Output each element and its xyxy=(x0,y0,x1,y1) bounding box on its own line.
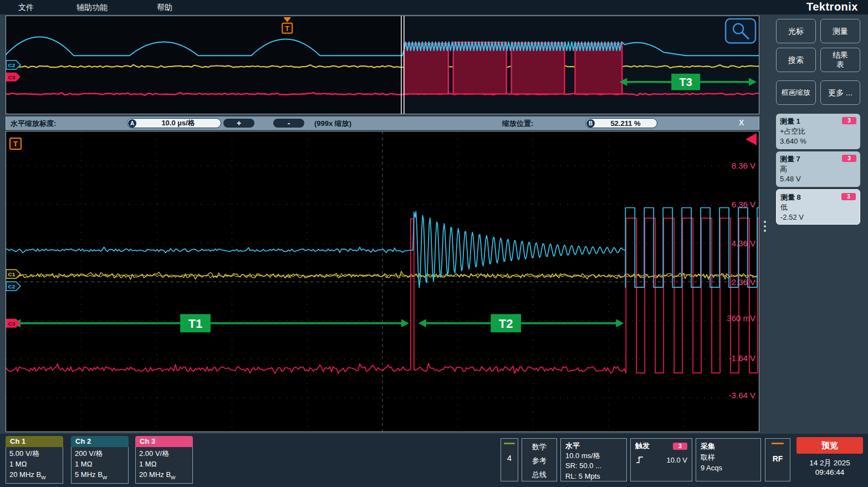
c2-badge-label: C2 xyxy=(8,283,16,290)
measurement-name: 低 xyxy=(780,202,856,212)
main-trigger-label: T xyxy=(13,140,18,148)
channel-info-ch2[interactable]: 200 V/格 1 MΩ 5 MHz BW xyxy=(71,447,129,484)
horizontal-title: 水平 xyxy=(565,441,622,451)
cursor-button[interactable]: 光标 xyxy=(776,19,816,43)
record-length: RL: 5 Mpts xyxy=(565,471,622,481)
rising-edge-icon xyxy=(635,455,644,464)
horizontal-panel[interactable]: 水平 10.0 ms/格 SR: 50.0 ... RL: 5 Mpts xyxy=(560,438,627,481)
datetime-date: 14 2月 2025 xyxy=(796,458,863,468)
ch4-add-button[interactable]: 4 xyxy=(501,438,518,481)
zoom-scale-control[interactable]: A 10.0 µs/格 xyxy=(127,118,221,128)
channel-impedance: 1 MΩ xyxy=(139,459,189,470)
zoom-overview-icon-box xyxy=(726,19,755,43)
acquisition-count: 9 Acqs xyxy=(701,463,756,474)
channel-scale: 2.00 V/格 xyxy=(139,449,189,459)
zoom-scale-value: 10.0 µs/格 xyxy=(136,118,220,128)
results-table-label: 结果表 xyxy=(831,50,850,69)
channel-bandwidth: 20 MHz BW xyxy=(139,470,189,481)
trigger-panel[interactable]: 触发 3 10.0 V xyxy=(630,438,692,481)
acquisition-mode: 取样 xyxy=(701,452,756,463)
overview-waveforms-svg: TC2C3T3 xyxy=(6,16,759,114)
math-button[interactable]: 数学 xyxy=(522,440,556,454)
rf-label: RF xyxy=(765,454,790,463)
zoom-overview-panel[interactable]: TC2C3T3 xyxy=(6,16,759,114)
trigger-level: 10.0 V xyxy=(666,456,687,464)
math-ref-bus-panel: 数学 参考 总线 xyxy=(522,438,557,481)
zoom-position-label: 缩放位置: xyxy=(502,119,533,129)
measure-button[interactable]: 测量 xyxy=(820,19,860,43)
annotation-label: T2 xyxy=(499,317,513,331)
measurement-source-badge: 3 xyxy=(842,117,856,124)
trigger-source-badge: 3 xyxy=(673,443,687,450)
menu-item-file[interactable]: 文件 xyxy=(18,3,34,13)
main-waveform-display[interactable]: T1T2TC1C2C3 8.36 V 6.36 V 4.36 V 2.36 V … xyxy=(6,131,759,432)
channel-info-ch3[interactable]: 2.00 V/格 1 MΩ 20 MHz BW xyxy=(135,447,193,484)
results-table-button[interactable]: 结果表 xyxy=(820,48,860,72)
measurement-value: 5.48 V xyxy=(780,174,856,184)
overview-trigger-label: T xyxy=(285,25,290,33)
bus-button[interactable]: 总线 xyxy=(522,468,556,481)
multipurpose-a-badge: A xyxy=(128,119,136,128)
trigger-level-offscreen-arrow-icon xyxy=(746,133,757,145)
c1-badge-label: C1 xyxy=(8,271,16,277)
acquisition-panel[interactable]: 采集 取样 9 Acqs xyxy=(696,438,761,481)
rf-button[interactable]: RF xyxy=(765,438,790,481)
panel-drag-handle[interactable] xyxy=(764,221,766,232)
main-waveforms-svg: T1T2TC1C2C3 xyxy=(6,131,759,432)
trigger-title: 触发 xyxy=(635,441,650,451)
menu-item-utility[interactable]: 辅助功能 xyxy=(76,3,108,13)
zoom-position-control[interactable]: B 52.211 % xyxy=(585,118,657,128)
annotation-label: T1 xyxy=(188,317,203,331)
ch3-pulse-block xyxy=(575,43,622,94)
arrowhead-left-icon xyxy=(418,319,426,327)
zoom-toolbar: 水平缩放标度: A 10.0 µs/格 + - (999x 缩放) 缩放位置: … xyxy=(6,116,759,130)
ref-button[interactable]: 参考 xyxy=(522,454,556,468)
zoom-factor-label: (999x 缩放) xyxy=(314,119,351,129)
measurement-source-badge: 3 xyxy=(842,155,856,162)
overview-trigger-arrow-icon xyxy=(283,17,291,22)
c2-overview-badge-label: C2 xyxy=(8,62,16,68)
preview-button[interactable]: 预览 xyxy=(796,437,863,454)
ch4-color-dash xyxy=(504,443,515,444)
channel-tab-ch3[interactable]: Ch 3 xyxy=(135,436,193,447)
measurement-value: 3.640 % xyxy=(780,136,856,146)
measurement-card[interactable]: 测量 1 3 +占空比 3.640 % xyxy=(776,114,860,149)
c3-badge-label: C3 xyxy=(8,321,16,327)
menu-item-help[interactable]: 帮助 xyxy=(157,3,172,13)
channel-tab-ch1[interactable]: Ch 1 xyxy=(6,436,63,447)
box-zoom-button[interactable]: 框画缩放 xyxy=(776,80,816,105)
zoom-close-button[interactable]: X xyxy=(739,118,744,127)
arrowhead-right-icon xyxy=(401,319,409,327)
horizontal-scale: 10.0 ms/格 xyxy=(565,451,622,461)
tektronix-logo: Tektronix xyxy=(806,1,858,13)
channel-tab-ch2[interactable]: Ch 2 xyxy=(71,436,129,447)
zoom-out-button[interactable]: - xyxy=(273,119,304,128)
horizontal-zoom-scale-label: 水平缩放标度: xyxy=(11,119,56,129)
zoom-in-button[interactable]: + xyxy=(223,119,254,128)
multipurpose-b-badge: B xyxy=(586,119,595,128)
channel-bandwidth: 20 MHz BW xyxy=(9,470,59,481)
arrowhead-right-icon xyxy=(616,319,624,327)
measurement-card[interactable]: 测量 7 3 高 5.48 V xyxy=(776,151,860,187)
acquisition-title: 采集 xyxy=(701,441,756,452)
menu-bar: 文件 辅助功能 帮助 Tektronix xyxy=(0,0,868,14)
datetime-time: 09:46:44 xyxy=(796,468,863,476)
measurement-value: -2.52 V xyxy=(780,212,856,222)
channel-info-ch1[interactable]: 5.00 V/格 1 MΩ 20 MHz BW xyxy=(6,447,63,484)
channel-impedance: 1 MΩ xyxy=(9,459,59,470)
sample-rate: SR: 50.0 ... xyxy=(565,461,622,471)
measurement-source-badge: 3 xyxy=(841,193,856,200)
ch4-label: 4 xyxy=(501,453,518,463)
zoom-position-value: 52.211 % xyxy=(595,119,656,128)
more-button[interactable]: 更多 ... xyxy=(820,80,860,105)
measurement-card[interactable]: 测量 8 3 低 -2.52 V xyxy=(776,189,860,225)
search-button[interactable]: 搜索 xyxy=(776,48,816,72)
channel-scale: 5.00 V/格 xyxy=(9,449,59,459)
measurement-name: +占空比 xyxy=(780,126,856,136)
c3-overview-badge-label: C3 xyxy=(8,74,16,80)
measurement-name: 高 xyxy=(780,164,856,174)
annotation-label: T3 xyxy=(680,76,692,88)
channel-bandwidth: 5 MHz BW xyxy=(75,470,125,481)
oscilloscope-app: 文件 辅助功能 帮助 Tektronix TC2C3T3 水平缩放标度: A 1… xyxy=(0,0,868,487)
rf-color-dash xyxy=(772,443,784,444)
